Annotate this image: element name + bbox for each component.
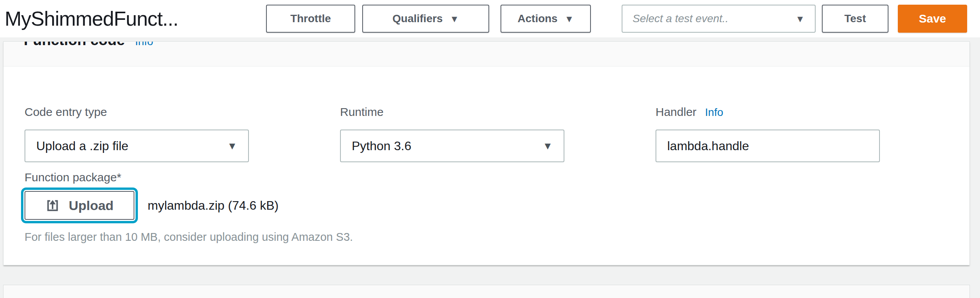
function-package-row: Upload mylambda.zip (74.6 kB) <box>25 191 969 220</box>
runtime-field: Runtime Python 3.6 ▼ <box>340 105 564 162</box>
qualifiers-button-label: Qualifiers <box>393 12 443 25</box>
code-entry-type-value: Upload a .zip file <box>36 139 129 153</box>
test-event-select[interactable]: Select a test event.. ▼ <box>622 5 816 33</box>
actions-button-label: Actions <box>518 12 558 25</box>
function-code-panel-header: Function code Info <box>4 42 969 67</box>
runtime-select[interactable]: Python 3.6 ▼ <box>340 130 564 162</box>
function-code-panel: Function code Info Code entry type Uploa… <box>3 41 970 265</box>
save-button[interactable]: Save <box>898 5 967 33</box>
chevron-down-icon: ▼ <box>227 140 237 152</box>
test-button-label: Test <box>844 12 866 25</box>
runtime-label: Runtime <box>340 105 564 119</box>
code-entry-type-field: Code entry type Upload a .zip file ▼ <box>25 105 249 162</box>
chevron-down-icon: ▼ <box>450 14 459 25</box>
save-button-label: Save <box>919 12 946 25</box>
next-panel-edge <box>3 285 970 298</box>
actions-dropdown-button[interactable]: Actions ▼ <box>501 5 591 33</box>
code-entry-type-label: Code entry type <box>25 105 249 119</box>
handler-input[interactable] <box>656 130 880 162</box>
function-code-info-link[interactable]: Info <box>135 42 153 48</box>
throttle-button-label: Throttle <box>290 12 331 25</box>
test-button[interactable]: Test <box>822 5 888 33</box>
chevron-down-icon: ▼ <box>795 14 805 25</box>
function-header-bar: MyShimmedFunct... Throttle Qualifiers ▼ … <box>0 0 980 37</box>
handler-info-link[interactable]: Info <box>705 106 723 119</box>
qualifiers-dropdown-button[interactable]: Qualifiers ▼ <box>362 5 489 33</box>
chevron-down-icon: ▼ <box>564 14 574 25</box>
handler-field: Handler Info <box>656 105 880 162</box>
function-code-heading: Function code <box>24 42 125 49</box>
runtime-value: Python 3.6 <box>352 139 411 153</box>
function-code-form: Code entry type Upload a .zip file ▼ Run… <box>4 67 969 244</box>
test-event-placeholder: Select a test event.. <box>633 12 728 25</box>
code-entry-type-select[interactable]: Upload a .zip file ▼ <box>25 130 249 162</box>
chevron-down-icon: ▼ <box>543 140 553 152</box>
upload-button-label: Upload <box>69 198 113 213</box>
handler-label: Handler Info <box>656 105 880 119</box>
upload-button[interactable]: Upload <box>25 191 134 220</box>
function-package-label: Function package* <box>25 171 969 184</box>
function-name-title: MyShimmedFunct... <box>5 7 266 30</box>
lambda-function-page: MyShimmedFunct... Throttle Qualifiers ▼ … <box>0 0 980 298</box>
throttle-button[interactable]: Throttle <box>266 5 355 33</box>
upload-helper-text: For files larger than 10 MB, consider up… <box>25 231 969 244</box>
uploaded-file-info: mylambda.zip (74.6 kB) <box>148 198 278 213</box>
upload-icon <box>45 198 60 213</box>
